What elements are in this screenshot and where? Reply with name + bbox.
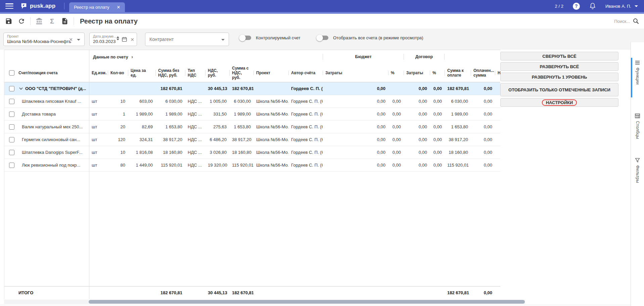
item-name: Герметик силиконовый сан... — [16, 137, 89, 142]
col-header-price[interactable]: Цена за ед. — [128, 68, 155, 78]
col-header-vat-type[interactable]: Тип НДС — [185, 68, 205, 78]
user-caret-down-icon — [635, 5, 638, 7]
side-tab-functions[interactable]: Функции — [631, 56, 644, 99]
date-spinner[interactable] — [117, 36, 119, 40]
row-checkbox[interactable] — [9, 124, 14, 130]
pusk-logo-icon — [20, 2, 28, 10]
col-header-pct-budget[interactable]: % — [388, 71, 404, 75]
spinner-down-icon[interactable] — [117, 39, 119, 40]
controlled-account-toggle[interactable] — [240, 36, 251, 40]
controlled-account-label: Контролируемый счет — [256, 35, 301, 40]
group-author: Гордеев С. П. (... — [288, 86, 323, 91]
counterparty-placeholder: Контрагент — [149, 37, 174, 42]
document-button[interactable] — [61, 17, 69, 25]
group-pct-contract: 0,00 — [430, 86, 445, 91]
counterparty-caret-down-icon[interactable] — [221, 39, 225, 41]
group-chevron-right-icon: › — [131, 54, 133, 59]
col-header-name[interactable]: Счет/позиция счета — [16, 71, 89, 75]
group-sum-no-vat: 182 670,81 — [155, 86, 185, 91]
toolbar-separator — [74, 17, 74, 25]
horizontal-scrollbar[interactable] — [4, 300, 525, 304]
group-header-invoice-data[interactable]: Данные по счету › — [89, 54, 323, 59]
bell-icon[interactable] — [589, 2, 596, 10]
date-filter-value: 20.03.2023 — [93, 39, 116, 44]
save-button[interactable] — [5, 17, 13, 25]
side-tab-columns[interactable]: Столбцы — [631, 109, 644, 144]
side-tab-filters-label: Фильтры — [635, 165, 640, 183]
help-icon[interactable]: ? — [573, 3, 580, 10]
tab-close-icon[interactable]: ✕ — [117, 5, 121, 9]
chevron-down-icon[interactable] — [19, 87, 23, 90]
group-sum-vat: 182 670,81 — [229, 86, 254, 91]
col-header-qty[interactable]: Кол-во — [108, 71, 128, 75]
totals-label: ИТОГО — [16, 290, 89, 295]
col-header-sum-vat[interactable]: Сумма с НДС, руб. — [229, 66, 254, 80]
col-header-author[interactable]: Автор счёта — [288, 71, 323, 75]
row-checkbox[interactable] — [9, 86, 14, 91]
tab-payment-registry[interactable]: Реестр на оплату ✕ — [69, 2, 125, 12]
date-clear-icon[interactable]: ✕ — [130, 37, 134, 42]
counterparty-filter[interactable]: Контрагент — [145, 33, 229, 46]
side-tab-filters[interactable]: Фильтры — [631, 153, 644, 188]
calendar-icon[interactable] — [122, 36, 127, 42]
row-checkbox[interactable] — [9, 150, 14, 155]
col-header-paid[interactable]: Оплачен... сумма — [471, 68, 495, 78]
col-header-sum-no-vat[interactable]: Сумма без НДС, руб. — [155, 68, 185, 78]
col-header-costs-budget[interactable]: Затраты — [323, 71, 388, 75]
col-header-vat[interactable]: НДС, руб. — [205, 68, 229, 78]
horizontal-scrollbar-thumb[interactable] — [89, 300, 525, 304]
row-checkbox[interactable] — [9, 112, 14, 117]
group-header-contract: Договор — [404, 54, 445, 60]
bank-button[interactable] — [35, 17, 43, 25]
project-caret-down-icon[interactable] — [77, 39, 80, 41]
project-clear-icon[interactable]: ✕ — [69, 37, 73, 42]
grid-row[interactable]: Шпатлевка Danogips SuperF... шт 10 1 816… — [4, 146, 500, 159]
totals-vat: 30 445,13 — [205, 290, 229, 295]
col-header-unit[interactable]: Ед.изм. — [89, 71, 108, 75]
row-checkbox[interactable] — [9, 99, 14, 104]
refresh-button[interactable] — [17, 17, 26, 25]
search-icon[interactable] — [633, 18, 639, 25]
show-all-accounts-toggle[interactable] — [317, 36, 328, 40]
grid-row[interactable]: Шпаклевка гипсовая Knauf ... шт 10 603,0… — [4, 95, 500, 108]
filter-bar: Проект Школа №56-Москва-Роснефть ✕ Дата … — [0, 29, 644, 50]
col-header-costs-contract[interactable]: Затраты — [404, 71, 430, 75]
row-checkbox[interactable] — [9, 137, 14, 142]
controlled-account-toggle-group: Контролируемый счет — [240, 35, 301, 40]
totals-sum-pay: 182 670,81 — [445, 290, 471, 295]
item-name: Шпаклевка гипсовая Knauf ... — [16, 99, 89, 104]
item-name: Доставка товара — [16, 112, 89, 117]
row-checkbox[interactable] — [9, 163, 14, 168]
pinned-column-divider — [89, 50, 89, 299]
spinner-up-icon[interactable] — [117, 36, 119, 38]
col-header-number[interactable]: Номе — [495, 71, 500, 75]
hamburger-menu-icon[interactable] — [5, 3, 13, 9]
collapse-all-button[interactable]: СВЕРНУТЬ ВСЁ — [500, 52, 618, 60]
date-filter-label: Дата докуме... — [93, 34, 117, 38]
right-tab-strip: Функции Столбцы Фильтры — [631, 42, 644, 306]
user-menu[interactable]: Иванов А. П. — [605, 4, 638, 9]
grid-group-row-supplier[interactable]: ООО "СТД "ПЕТРОВИЧ" (д... 182 670,81 30 … — [4, 82, 500, 95]
grid-row[interactable]: Доставка товара шт 1 1 989,00 1 989,00 Н… — [4, 108, 500, 121]
expand-all-button[interactable]: РАЗВЕРНУТЬ ВСЁ — [500, 62, 618, 71]
grid-row[interactable]: Герметик силиконовый сан... шт 120 324,3… — [4, 133, 500, 146]
grid-row[interactable]: Валик натуральный мех 250... шт 20 82,69… — [4, 121, 500, 133]
show-only-marked-button[interactable]: ОТОБРАЗИТЬ ТОЛЬКО ОТМЕЧЕННЫЕ ЗАПИСИ — [500, 83, 618, 96]
settings-button[interactable]: НАСТРОЙКИ — [500, 98, 618, 107]
search-placeholder: Поиск... — [614, 19, 630, 24]
grid-column-header-row: Счет/позиция счета Ед.изм. Кол-во Цена з… — [4, 63, 500, 82]
grid-row[interactable]: Люк ревизионный под покр... шт 80 1 449,… — [4, 159, 500, 172]
col-header-project[interactable]: Проект — [254, 71, 288, 75]
show-all-accounts-toggle-group: Отобразить все счета (в режиме просмотра… — [317, 35, 423, 40]
sum-button[interactable]: Σ — [48, 17, 56, 25]
expand-one-level-button[interactable]: РАЗВЕРНУТЬ 1 УРОВЕНЬ — [500, 73, 618, 81]
app-logo[interactable]: pusk.app — [20, 2, 55, 10]
item-name: Валик натуральный мех 250... — [16, 124, 89, 129]
col-header-pct-contract[interactable]: % — [430, 71, 445, 75]
document-date-filter[interactable]: Дата докуме... 20.03.2023 ✕ — [89, 33, 137, 46]
totals-sum-no-vat: 182 670,81 — [155, 290, 185, 295]
col-header-sum-pay[interactable]: Сумма к оплате — [445, 68, 471, 78]
select-all-checkbox[interactable] — [9, 70, 14, 76]
search-control[interactable]: Поиск... — [614, 18, 639, 25]
project-filter[interactable]: Проект Школа №56-Москва-Роснефть ✕ — [3, 33, 85, 46]
